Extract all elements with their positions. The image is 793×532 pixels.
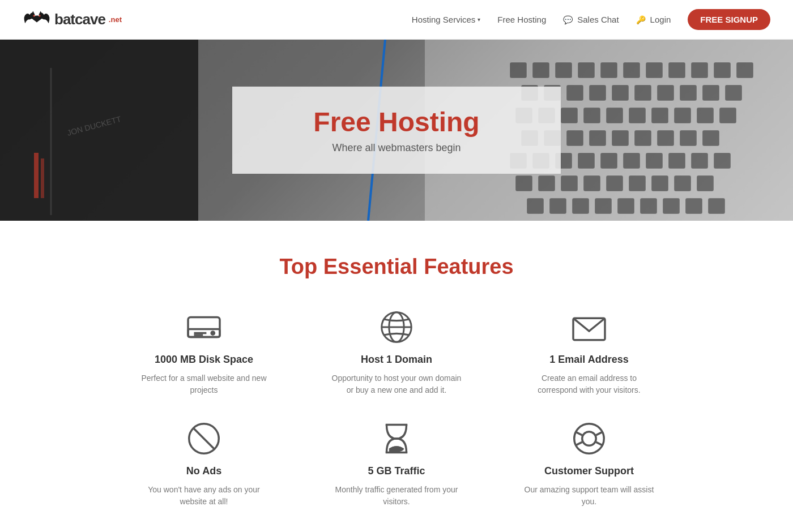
svg-rect-56: [600, 153, 617, 169]
feature-traffic-desc: Monthly traffic generated from your visi…: [329, 484, 464, 508]
nav-item-free-hosting[interactable]: Free Hosting: [497, 15, 546, 25]
svg-rect-45: [566, 130, 583, 146]
svg-rect-30: [680, 85, 697, 101]
svg-rect-62: [515, 175, 532, 191]
feature-traffic-name: 5 GB Traffic: [368, 465, 425, 477]
globe-icon: [377, 307, 416, 347]
hosting-services-label: Hosting Services: [412, 15, 476, 24]
svg-point-94: [582, 432, 596, 446]
feature-no-ads-desc: You won't have any ads on your website a…: [136, 484, 272, 508]
sales-chat-label: Sales Chat: [577, 15, 619, 24]
svg-point-3: [39, 15, 40, 16]
svg-text:JON DUCKETT: JON DUCKETT: [66, 114, 122, 138]
svg-rect-16: [600, 62, 617, 78]
svg-rect-70: [697, 175, 714, 191]
svg-rect-65: [583, 175, 600, 191]
svg-rect-60: [691, 153, 708, 169]
svg-line-90: [193, 428, 215, 450]
svg-rect-47: [612, 130, 629, 146]
logo-net: .net: [109, 15, 122, 24]
svg-rect-31: [702, 85, 719, 101]
hero-title: Free Hosting: [278, 106, 515, 138]
svg-rect-42: [719, 108, 736, 123]
svg-rect-74: [595, 198, 612, 214]
logo[interactable]: batcave.net: [23, 8, 122, 31]
svg-rect-58: [646, 153, 663, 169]
feature-no-ads-name: No Ads: [186, 465, 221, 477]
svg-rect-37: [606, 108, 623, 123]
svg-rect-36: [583, 108, 600, 123]
free-hosting-link: Free Hosting: [497, 15, 546, 24]
svg-rect-27: [612, 85, 629, 101]
features-section: Top Essential Features 1000 MB Disk Spac…: [0, 221, 793, 530]
svg-rect-71: [527, 198, 544, 214]
feature-domain-desc: Opportunity to host your own domain or b…: [329, 372, 464, 396]
svg-rect-59: [668, 153, 685, 169]
svg-rect-72: [549, 198, 566, 214]
svg-rect-38: [629, 108, 646, 123]
nav-item-login[interactable]: 🔑 Login: [636, 15, 671, 24]
feature-email: 1 Email Address Create an email address …: [498, 307, 680, 396]
svg-rect-67: [629, 175, 646, 191]
feature-traffic: 5 GB Traffic Monthly traffic generated f…: [306, 419, 487, 508]
svg-rect-39: [651, 108, 668, 123]
feature-disk-space-name: 1000 MB Disk Space: [155, 354, 253, 366]
feature-domain-name: Host 1 Domain: [361, 354, 432, 366]
svg-rect-64: [561, 175, 578, 191]
feature-domain: Host 1 Domain Opportunity to host your o…: [306, 307, 487, 396]
svg-rect-18: [646, 62, 663, 78]
login-icon: 🔑: [636, 15, 646, 24]
svg-line-97: [576, 442, 582, 445]
svg-rect-8: [41, 158, 44, 198]
svg-point-93: [574, 424, 604, 454]
svg-line-98: [596, 442, 602, 445]
svg-point-2: [33, 15, 35, 16]
feature-disk-space-desc: Perfect for a small website and new proj…: [136, 372, 272, 396]
svg-rect-61: [714, 153, 731, 169]
hourglass-icon: [377, 419, 416, 458]
hero-banner: JON DUCKETT: [0, 40, 793, 221]
feature-no-ads: No Ads You won't have any ads on your we…: [113, 419, 295, 508]
svg-line-95: [576, 432, 582, 435]
svg-rect-22: [736, 62, 753, 78]
svg-rect-73: [572, 198, 589, 214]
svg-rect-17: [623, 62, 640, 78]
svg-rect-15: [578, 62, 595, 78]
hero-subtitle: Where all webmasters begin: [278, 142, 515, 154]
nav-item-sales-chat[interactable]: 💬 Sales Chat: [563, 15, 619, 24]
feature-support: Customer Support Our amazing support tea…: [498, 419, 680, 508]
svg-rect-32: [725, 85, 742, 101]
svg-rect-25: [566, 85, 583, 101]
features-title: Top Essential Features: [23, 255, 770, 279]
no-ads-icon: [184, 419, 224, 458]
svg-rect-55: [578, 153, 595, 169]
logo-text: batcave: [54, 11, 105, 28]
svg-rect-77: [663, 198, 680, 214]
svg-rect-28: [634, 85, 651, 101]
svg-rect-50: [680, 130, 697, 146]
signup-button[interactable]: FREE SIGNUP: [688, 9, 770, 30]
navbar: batcave.net Hosting Services ▾ Free Host…: [0, 0, 793, 40]
svg-rect-19: [668, 62, 685, 78]
nav-links: Hosting Services ▾ Free Hosting 💬 Sales …: [412, 15, 770, 25]
features-grid: 1000 MB Disk Space Perfect for a small w…: [113, 307, 680, 508]
nav-item-hosting-services[interactable]: Hosting Services ▾: [412, 15, 481, 24]
svg-rect-63: [538, 175, 555, 191]
dropdown-arrow-icon: ▾: [477, 16, 480, 23]
bat-icon: [23, 8, 51, 31]
svg-rect-7: [34, 153, 39, 198]
svg-rect-57: [623, 153, 640, 169]
svg-rect-66: [606, 175, 623, 191]
feature-disk-space: 1000 MB Disk Space Perfect for a small w…: [113, 307, 295, 396]
svg-rect-51: [702, 130, 719, 146]
feature-support-desc: Our amazing support team will assist you…: [521, 484, 657, 508]
svg-rect-76: [640, 198, 657, 214]
svg-rect-48: [634, 130, 651, 146]
svg-rect-46: [589, 130, 606, 146]
svg-rect-26: [589, 85, 606, 101]
svg-rect-49: [657, 130, 674, 146]
nav-item-signup[interactable]: FREE SIGNUP: [688, 15, 770, 25]
svg-line-96: [596, 432, 602, 435]
login-label: Login: [650, 15, 671, 24]
svg-rect-35: [561, 108, 578, 123]
